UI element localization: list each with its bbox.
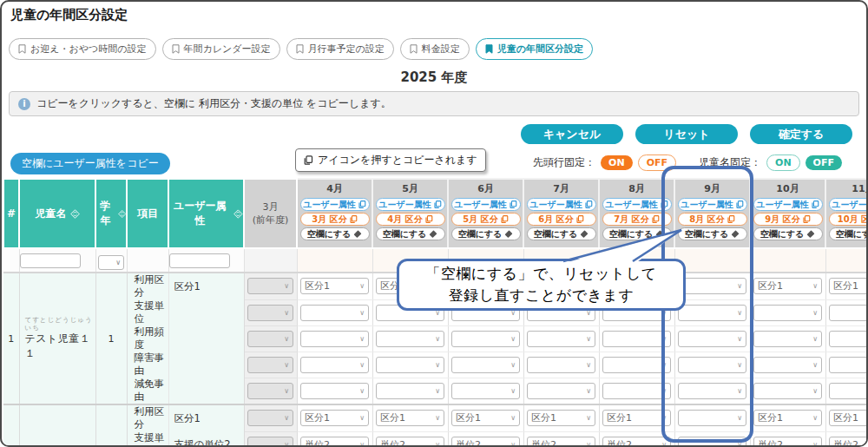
copy-prev-month-button[interactable]: 9月 区分 <box>753 213 823 226</box>
month-select-5月[interactable]: 単位2∨ <box>376 437 444 447</box>
month-select-11月[interactable]: ∨ <box>829 357 868 373</box>
month-select-6月[interactable]: 区分1∨ <box>451 410 520 426</box>
month-select-7月[interactable]: 区分1∨ <box>527 278 595 294</box>
copy-prev-month-button[interactable]: 6月 区分 <box>527 213 596 226</box>
month-select-8月[interactable]: ∨ <box>602 305 671 321</box>
tab-annual-category-settings[interactable]: 児童の年間区分設定 <box>476 38 593 60</box>
prev-march-select[interactable]: ∨ <box>247 357 293 373</box>
month-select-11月[interactable]: 単位2∨ <box>829 437 868 447</box>
cancel-button[interactable]: キャンセル <box>521 124 623 144</box>
copy-prev-month-button[interactable]: 8月 区分 <box>678 213 747 226</box>
month-select-6月[interactable]: ∨ <box>451 357 520 373</box>
fix-name-off-toggle[interactable]: OFF <box>806 155 842 170</box>
month-select-9月[interactable]: ∨ <box>678 437 746 447</box>
month-select-5月[interactable]: ∨ <box>376 383 444 399</box>
month-select-11月[interactable]: 区分1∨ <box>829 410 868 426</box>
prev-march-select[interactable]: ∨ <box>247 305 293 321</box>
month-select-11月[interactable]: ∨ <box>829 331 868 347</box>
month-select-8月[interactable]: 区分1∨ <box>602 410 671 426</box>
copy-prev-month-button[interactable]: 4月 区分 <box>376 213 445 226</box>
month-select-8月[interactable]: 単位2∨ <box>602 437 671 447</box>
month-select-9月[interactable]: ∨ <box>678 331 746 347</box>
month-select-8月[interactable]: ∨ <box>602 331 671 347</box>
month-select-4月[interactable]: ∨ <box>300 305 369 321</box>
month-select-10月[interactable]: 単位2∨ <box>753 437 822 447</box>
month-select-6月[interactable]: ∨ <box>451 305 520 321</box>
fix-name-on-toggle[interactable]: ON <box>766 154 800 171</box>
prev-march-select[interactable]: ∨ <box>247 278 293 294</box>
blank-out-button[interactable]: 空欄にする <box>753 227 823 240</box>
month-select-10月[interactable]: ∨ <box>753 331 822 347</box>
copy-user-attr-button[interactable]: ユーザー属性 <box>829 198 868 211</box>
tab-annual-calendar[interactable]: 年間カレンダー設定 <box>162 38 280 60</box>
copy-prev-month-button[interactable]: 5月 区分 <box>451 213 521 226</box>
copy-prev-month-button[interactable]: 7月 区分 <box>602 213 672 226</box>
prev-march-select[interactable]: ∨ <box>247 437 293 447</box>
month-select-10月[interactable]: ∨ <box>753 357 822 373</box>
sort-icon[interactable] <box>233 209 243 219</box>
copy-user-attr-button[interactable]: ユーザー属性 <box>753 198 823 211</box>
month-select-6月[interactable]: ∨ <box>451 383 520 399</box>
month-select-7月[interactable]: ∨ <box>527 357 595 373</box>
month-select-5月[interactable]: ∨ <box>376 331 444 347</box>
tab-monthly-events[interactable]: 月行事予定の設定 <box>286 38 394 60</box>
copy-user-attr-button[interactable]: ユーザー属性 <box>300 198 370 211</box>
sort-icon[interactable] <box>118 209 126 219</box>
month-select-4月[interactable]: 区分1∨ <box>300 410 369 426</box>
tab-fee-settings[interactable]: 料金設定 <box>400 38 470 60</box>
blank-out-button[interactable]: 空欄にする <box>527 227 596 240</box>
grade-filter-select[interactable]: ∨ <box>98 255 124 270</box>
blank-out-button[interactable]: 空欄にする <box>300 227 370 240</box>
month-select-8月[interactable]: ∨ <box>602 383 671 399</box>
prev-march-select[interactable]: ∨ <box>247 383 293 399</box>
user-attr-filter-input[interactable] <box>169 253 230 268</box>
month-select-11月[interactable]: ∨ <box>829 383 868 399</box>
month-select-9月[interactable]: ∨ <box>678 383 746 399</box>
copy-user-attr-button[interactable]: ユーザー属性 <box>602 198 672 211</box>
month-select-10月[interactable]: 区分1∨ <box>753 410 822 426</box>
sort-icon[interactable] <box>70 209 80 219</box>
blank-out-button[interactable]: 空欄にする <box>602 227 672 240</box>
month-select-5月[interactable]: ∨ <box>376 357 444 373</box>
fix-top-row-on-toggle[interactable]: ON <box>601 155 633 170</box>
month-select-10月[interactable]: ∨ <box>753 383 822 399</box>
copy-user-attr-to-blank-button[interactable]: 空欄にユーザー属性をコピー <box>10 153 170 174</box>
month-select-4月[interactable]: 区分1∨ <box>300 278 369 294</box>
prev-march-select[interactable]: ∨ <box>247 410 293 426</box>
month-select-9月[interactable]: ∨ <box>678 305 746 321</box>
blank-out-button[interactable]: 空欄にする <box>678 227 747 240</box>
month-select-9月[interactable]: ∨ <box>678 278 746 294</box>
copy-user-attr-button[interactable]: ユーザー属性 <box>376 198 445 211</box>
month-select-7月[interactable]: ∨ <box>527 383 595 399</box>
blank-out-button[interactable]: 空欄にする <box>829 227 868 240</box>
copy-prev-month-button[interactable]: 10月 区分 <box>829 213 868 226</box>
copy-user-attr-button[interactable]: ユーザー属性 <box>451 198 521 211</box>
month-select-8月[interactable]: 区分1∨ <box>602 278 671 294</box>
month-select-5月[interactable]: 区分1∨ <box>376 278 444 294</box>
month-select-4月[interactable]: ∨ <box>300 383 369 399</box>
tab-pickup-snack-time[interactable]: お迎え・おやつ時間の設定 <box>9 38 156 60</box>
month-select-4月[interactable]: ∨ <box>300 331 369 347</box>
month-select-6月[interactable]: 区分1∨ <box>451 278 520 294</box>
month-select-5月[interactable]: ∨ <box>376 305 444 321</box>
confirm-button[interactable]: 確定する <box>750 124 852 144</box>
month-select-5月[interactable]: 区分1∨ <box>376 410 444 426</box>
month-select-4月[interactable]: 単位2∨ <box>300 437 369 447</box>
month-select-4月[interactable]: ∨ <box>300 357 369 373</box>
month-select-7月[interactable]: ∨ <box>527 331 595 347</box>
fix-top-row-off-toggle[interactable]: OFF <box>638 154 676 171</box>
month-select-9月[interactable]: ∨ <box>678 357 746 373</box>
month-select-7月[interactable]: ∨ <box>527 305 595 321</box>
month-select-8月[interactable]: ∨ <box>602 357 671 373</box>
copy-prev-month-button[interactable]: 3月 区分 <box>300 213 370 226</box>
copy-user-attr-button[interactable]: ユーザー属性 <box>678 198 747 211</box>
month-select-9月[interactable]: ∨ <box>678 410 746 426</box>
month-select-6月[interactable]: 単位2∨ <box>451 437 520 447</box>
month-select-6月[interactable]: ∨ <box>451 331 520 347</box>
month-select-7月[interactable]: 単位2∨ <box>527 437 595 447</box>
month-select-10月[interactable]: ∨ <box>753 305 822 321</box>
blank-out-button[interactable]: 空欄にする <box>451 227 521 240</box>
month-select-11月[interactable]: 区分1∨ <box>829 278 868 294</box>
month-select-7月[interactable]: 区分1∨ <box>527 410 595 426</box>
blank-out-button[interactable]: 空欄にする <box>376 227 445 240</box>
